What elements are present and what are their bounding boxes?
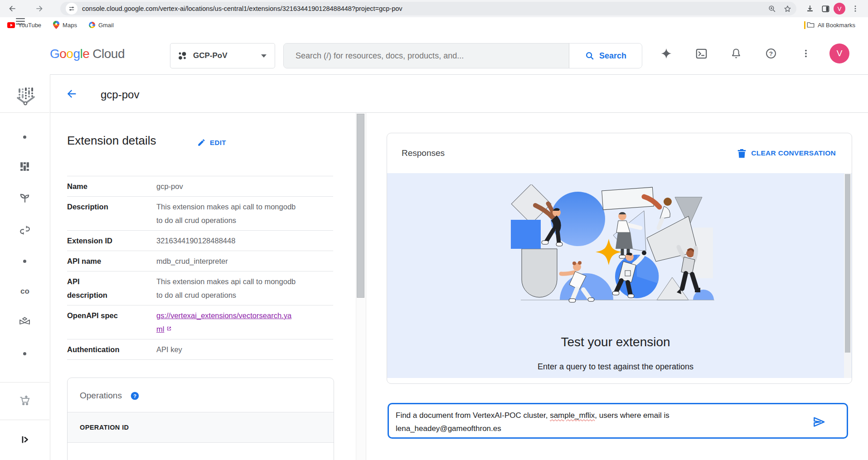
detail-label: API name <box>67 254 140 268</box>
bookmark-maps[interactable]: Maps <box>53 21 77 29</box>
responses-scrollbar-track[interactable] <box>844 173 851 378</box>
nav-colab-icon[interactable]: co <box>0 286 49 295</box>
clear-conversation-button[interactable]: CLEAR CONVERSATION <box>737 148 836 159</box>
details-table: Name gcp-pov Description This extension … <box>67 176 333 360</box>
nav-item-dot-3[interactable] <box>0 352 49 355</box>
detail-label: Description <box>67 200 140 213</box>
openapi-spec-link[interactable]: gs://vertexai_extensions/vectorsearch.ya… <box>156 311 291 333</box>
project-picker[interactable]: GCP-PoV <box>170 43 275 68</box>
browser-window: console.cloud.google.com/vertex-ai/locat… <box>0 0 868 460</box>
site-settings-icon[interactable] <box>66 3 78 15</box>
detail-value: 3216344190128488448 <box>156 234 297 247</box>
nav-model-garden-icon[interactable] <box>0 192 49 204</box>
browser-toolbar: console.cloud.google.com/vertex-ai/locat… <box>0 0 868 17</box>
detail-value: gcp-pov <box>156 179 297 193</box>
search-button[interactable]: Search <box>569 44 642 68</box>
logo-letter: o <box>66 47 73 61</box>
nav-feature-store-icon[interactable] <box>0 316 49 327</box>
bookmark-divider <box>804 21 805 29</box>
console-header: Google Cloud GCP-PoV Search <box>0 33 868 75</box>
console-menu-icon[interactable] <box>797 44 815 63</box>
panel-scrollbar-thumb[interactable] <box>357 114 364 298</box>
nav-marketplace-icon[interactable] <box>0 394 49 407</box>
responses-body: Test your extension Enter a query to tes… <box>387 173 852 378</box>
url-text[interactable]: console.cloud.google.com/vertex-ai/locat… <box>82 5 402 12</box>
collapse-rail-icon[interactable] <box>0 435 49 445</box>
google-cloud-logo[interactable]: Google Cloud <box>50 46 125 62</box>
all-bookmarks-label: All Bookmarks <box>818 22 855 29</box>
operation-id-column-header: OPERATION ID <box>68 412 334 443</box>
logo-letter: g <box>73 47 80 61</box>
vertex-ai-logo-icon[interactable] <box>0 85 49 106</box>
external-link-icon <box>166 325 172 332</box>
chevron-down-icon <box>261 54 267 58</box>
side-panel-icon[interactable] <box>819 2 832 15</box>
detail-value: mdb_crud_interpreter <box>156 254 297 268</box>
empty-state-title: Test your extension <box>387 335 844 349</box>
download-icon[interactable] <box>803 2 817 15</box>
browser-menu-icon[interactable] <box>849 2 862 15</box>
bookmark-gmail[interactable]: Gmail <box>89 22 114 29</box>
maps-icon <box>53 21 59 29</box>
all-bookmarks-button[interactable]: All Bookmarks <box>807 22 855 29</box>
forward-icon[interactable] <box>33 2 46 15</box>
page-header-divider <box>50 112 868 113</box>
gemini-icon[interactable] <box>657 44 675 63</box>
send-button[interactable] <box>811 414 827 430</box>
responses-title: Responses <box>402 148 445 158</box>
hamburger-menu-icon[interactable] <box>13 14 28 29</box>
google-g-icon <box>89 22 95 28</box>
pencil-icon <box>197 138 206 147</box>
detail-row-api-name: API name mdb_crud_interpreter <box>67 251 333 271</box>
search-input[interactable] <box>284 44 569 68</box>
notifications-bell-icon[interactable] <box>727 44 745 63</box>
bookmark-star-icon[interactable] <box>783 5 792 13</box>
clear-conversation-label: CLEAR CONVERSATION <box>751 149 836 157</box>
detail-row-api-description: API description This extension makes api… <box>67 271 333 305</box>
detail-row-openapi-spec: OpenAPI spec gs://vertexai_extensions/ve… <box>67 305 333 339</box>
details-title: Extension details <box>67 134 156 148</box>
bookmarks-bar: YouTube Maps Gmail All Bookmarks <box>0 17 868 33</box>
detail-label: Authentication <box>67 343 140 356</box>
nav-pipelines-icon[interactable] <box>0 224 49 236</box>
back-button[interactable] <box>65 87 78 100</box>
detail-row-description: Description This extension makes api cal… <box>67 197 333 231</box>
svg-text:?: ? <box>133 393 136 398</box>
folder-icon <box>807 22 815 28</box>
detail-label: Name <box>67 179 140 193</box>
query-input[interactable]: Find a document from VertexAI-POC cluste… <box>388 403 848 439</box>
logo-letter: e <box>82 47 89 61</box>
browser-profile-avatar[interactable]: V <box>834 3 845 15</box>
nav-item-dot-1[interactable] <box>0 136 49 139</box>
address-bar[interactable]: console.cloud.google.com/vertex-ai/locat… <box>60 2 796 15</box>
edit-button[interactable]: EDIT <box>197 138 226 147</box>
help-icon[interactable]: ? <box>762 44 780 63</box>
detail-label: API description <box>67 275 112 302</box>
page-title: gcp-pov <box>101 88 139 101</box>
detail-value: This extension makes api call to mongodb… <box>156 200 297 227</box>
nav-dashboard-icon[interactable] <box>0 161 49 172</box>
logo-letter: o <box>59 47 66 61</box>
back-arrow-icon <box>65 87 78 100</box>
detail-row-extension-id: Extension ID 3216344190128488448 <box>67 231 333 251</box>
operations-title: Operations <box>80 391 122 401</box>
collaboration-illustration <box>508 184 730 311</box>
operations-help-icon[interactable]: ? <box>130 391 140 401</box>
project-icon <box>178 51 188 61</box>
query-text: Find a document from VertexAI-POC cluste… <box>396 409 704 435</box>
search-icon <box>585 51 595 61</box>
responses-scrollbar-thumb[interactable] <box>845 174 850 353</box>
cloud-shell-icon[interactable] <box>692 44 710 63</box>
nav-item-dot-2[interactable] <box>0 260 49 263</box>
account-avatar[interactable]: V <box>829 44 849 63</box>
edit-label: EDIT <box>210 139 226 146</box>
detail-label: OpenAPI spec <box>67 309 140 322</box>
zoom-page-icon[interactable] <box>768 5 776 13</box>
detail-row-authentication: Authentication API key <box>67 339 333 360</box>
project-name: GCP-PoV <box>193 51 228 60</box>
svg-text:?: ? <box>769 50 773 57</box>
trash-icon <box>737 148 747 159</box>
logo-letter: G <box>50 47 59 61</box>
misspelled-word: sample_mflix <box>550 411 595 420</box>
detail-row-name: Name gcp-pov <box>67 176 333 197</box>
